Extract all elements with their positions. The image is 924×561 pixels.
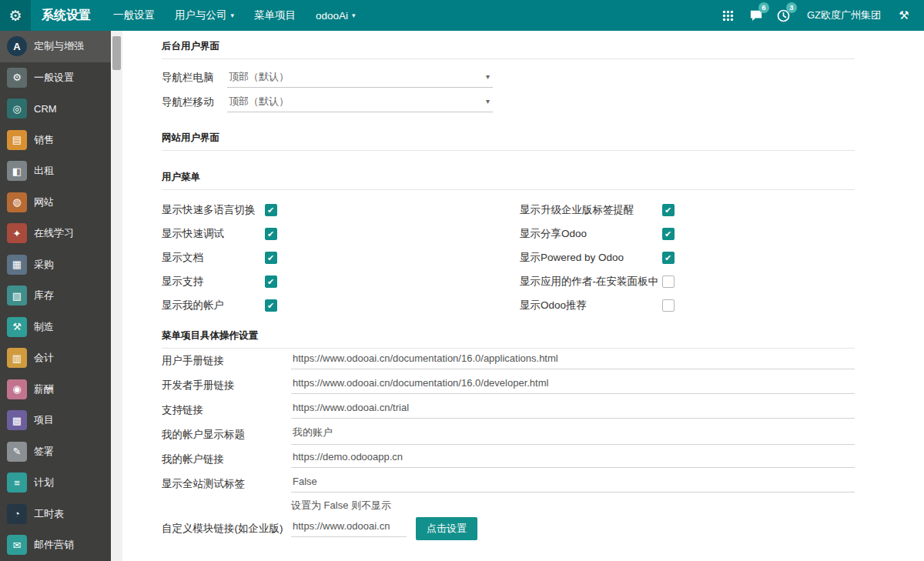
- sidebar-item-label: 邮件营销: [34, 538, 74, 552]
- customize-app-icon: A: [7, 36, 27, 56]
- menu-general-settings[interactable]: 一般设置: [103, 0, 165, 31]
- menu-menu-items[interactable]: 菜单项目: [244, 0, 306, 31]
- nav-pc-select[interactable]: 顶部（默认） ▾: [227, 68, 493, 88]
- sidebar-item-customize[interactable]: A 定制与增强: [0, 31, 111, 62]
- account-link-input[interactable]: https://demo.odooapp.cn: [291, 451, 855, 468]
- email-marketing-app-icon: ✉: [7, 535, 27, 555]
- sidebar-item-email-marketing[interactable]: ✉ 邮件营销: [0, 529, 111, 561]
- sidebar-item-purchase[interactable]: ▦ 采购: [0, 249, 111, 281]
- checkbox[interactable]: [662, 299, 675, 312]
- menu-users-companies[interactable]: 用户与公司 ▾: [165, 0, 244, 31]
- website-app-icon: ◍: [7, 192, 27, 212]
- tools-icon: ⚒: [899, 8, 909, 22]
- set-link-button[interactable]: 点击设置: [416, 517, 477, 540]
- checkbox[interactable]: [265, 204, 277, 216]
- messages-badge: 6: [758, 2, 769, 13]
- debug-tools-button[interactable]: ⚒: [890, 0, 918, 31]
- section-website-ui: 网站用户界面: [162, 132, 855, 151]
- field-label: 开发者手册链接: [162, 379, 291, 392]
- sidebar-item-general-settings[interactable]: ⚙ 一般设置: [0, 62, 111, 94]
- menu-label: odooAi: [316, 10, 348, 22]
- checkbox-label: 显示应用的作者-在安装面板中: [520, 275, 662, 289]
- sidebar-item-sales[interactable]: ▤ 销售: [0, 125, 111, 156]
- field-account-title: 我的帐户显示标题 我的账户: [162, 422, 855, 447]
- sidebar-item-payroll[interactable]: ◉ 薪酬: [0, 374, 111, 406]
- sidebar-item-planning[interactable]: ≡ 计划: [0, 467, 111, 499]
- checkbox-column-right: 显示升级企业版标签提醒 显示分享Odoo 显示Powered by Odoo 显…: [520, 198, 675, 317]
- check-row: 显示支持: [162, 269, 520, 293]
- vertical-scrollbar[interactable]: [111, 31, 122, 561]
- checkbox-label: 显示Powered by Odoo: [520, 251, 662, 265]
- sidebar-item-label: 出租: [34, 164, 54, 178]
- sidebar-item-label: 网站: [34, 195, 54, 209]
- field-nav-pc: 导航栏电脑 顶部（默认） ▾: [162, 67, 855, 88]
- messages-button[interactable]: 6: [742, 0, 770, 31]
- sidebar-item-label: CRM: [34, 103, 57, 115]
- checkbox[interactable]: [265, 275, 277, 288]
- apps-grid-button[interactable]: [715, 0, 742, 31]
- planning-app-icon: ≡: [7, 473, 27, 493]
- checkbox[interactable]: [265, 228, 277, 240]
- app-title[interactable]: 系统设置: [42, 8, 91, 24]
- check-row: 显示快速多语言切换: [162, 198, 520, 222]
- field-label: 我的帐户链接: [162, 452, 291, 466]
- timesheet-app-icon: ◔: [7, 504, 27, 524]
- checkbox-label: 显示快速调试: [162, 227, 265, 241]
- menu-label: 菜单项目: [254, 8, 296, 22]
- scrollbar-thumb[interactable]: [112, 36, 121, 70]
- field-support-link: 支持链接 https://www.odooai.cn/trial: [162, 398, 855, 422]
- user-manual-link-input[interactable]: https://www.odooai.cn/documentation/16.0…: [291, 352, 855, 369]
- checkbox[interactable]: [662, 275, 675, 288]
- sidebar-item-inventory[interactable]: ▧ 库存: [0, 280, 111, 312]
- checkbox-label: 显示我的帐户: [162, 299, 265, 312]
- checkbox-label: 显示快速多语言切换: [162, 203, 265, 217]
- field-label: 我的帐户显示标题: [162, 428, 291, 442]
- sidebar-item-project[interactable]: ▩ 项目: [0, 405, 111, 436]
- support-link-input[interactable]: https://www.odooai.cn/trial: [291, 402, 855, 419]
- sidebar-item-label: 工时表: [34, 507, 64, 521]
- nav-mobile-select[interactable]: 顶部（默认） ▾: [227, 93, 493, 112]
- elearning-app-icon: ✦: [7, 223, 27, 243]
- rental-app-icon: ◧: [7, 161, 27, 181]
- user-menu[interactable]: GZ欧度广州集团: [798, 8, 890, 22]
- inventory-app-icon: ▧: [7, 286, 27, 306]
- menu-odooai[interactable]: odooAi ▾: [306, 0, 366, 31]
- check-row: 显示应用的作者-在安装面板中: [520, 269, 675, 293]
- manufacturing-app-icon: ⚒: [7, 317, 27, 337]
- checkbox-label: 显示Odoo推荐: [520, 299, 662, 312]
- accounting-app-icon: ▥: [7, 348, 27, 368]
- app-switcher-button[interactable]: ⚙: [0, 0, 31, 31]
- sidebar-item-crm[interactable]: ◎ CRM: [0, 93, 111, 125]
- activities-button[interactable]: 3: [770, 0, 798, 31]
- check-row: 显示Powered by Odoo: [520, 245, 675, 269]
- sidebar-item-sign[interactable]: ✎ 签署: [0, 436, 111, 468]
- field-developer-manual-link: 开发者手册链接 https://www.odooai.cn/documentat…: [162, 373, 855, 398]
- field-account-link: 我的帐户链接 https://demo.odooapp.cn: [162, 447, 855, 472]
- sidebar-item-accounting[interactable]: ▥ 会计: [0, 342, 111, 374]
- sidebar-item-website[interactable]: ◍ 网站: [0, 187, 111, 219]
- checkbox[interactable]: [662, 204, 675, 216]
- developer-manual-link-input[interactable]: https://www.odooai.cn/documentation/16.0…: [291, 377, 855, 394]
- sidebar-item-rental[interactable]: ◧ 出租: [0, 155, 111, 187]
- field-label: 显示全站测试标签: [162, 477, 291, 491]
- field-label: 自定义模块链接(如企业版): [162, 522, 291, 536]
- checkbox[interactable]: [662, 228, 675, 240]
- sidebar-item-label: 签署: [34, 445, 54, 459]
- checkbox[interactable]: [662, 252, 675, 264]
- custom-module-link-input[interactable]: https://www.odooai.cn: [291, 520, 407, 537]
- check-row: 显示升级企业版标签提醒: [520, 198, 675, 222]
- sidebar-item-elearning[interactable]: ✦ 在线学习: [0, 218, 111, 249]
- sidebar-item-manufacturing[interactable]: ⚒ 制造: [0, 312, 111, 343]
- chevron-down-icon: ▾: [486, 72, 490, 81]
- sidebar-item-label: 项目: [34, 413, 54, 427]
- test-label-input[interactable]: False: [291, 476, 855, 493]
- sidebar-item-label: 在线学习: [34, 226, 74, 240]
- topbar: ⚙ 系统设置 一般设置 用户与公司 ▾ 菜单项目 odooAi ▾: [0, 0, 924, 31]
- checkbox[interactable]: [265, 252, 277, 264]
- account-title-input[interactable]: 我的账户: [291, 426, 855, 445]
- sidebar-item-label: 计划: [34, 476, 54, 489]
- checkbox[interactable]: [265, 299, 277, 312]
- sidebar-item-timesheet[interactable]: ◔ 工时表: [0, 499, 111, 530]
- field-custom-module-link: 自定义模块链接(如企业版) https://www.odooai.cn 点击设置: [162, 516, 855, 541]
- field-label: 导航栏电脑: [162, 71, 227, 85]
